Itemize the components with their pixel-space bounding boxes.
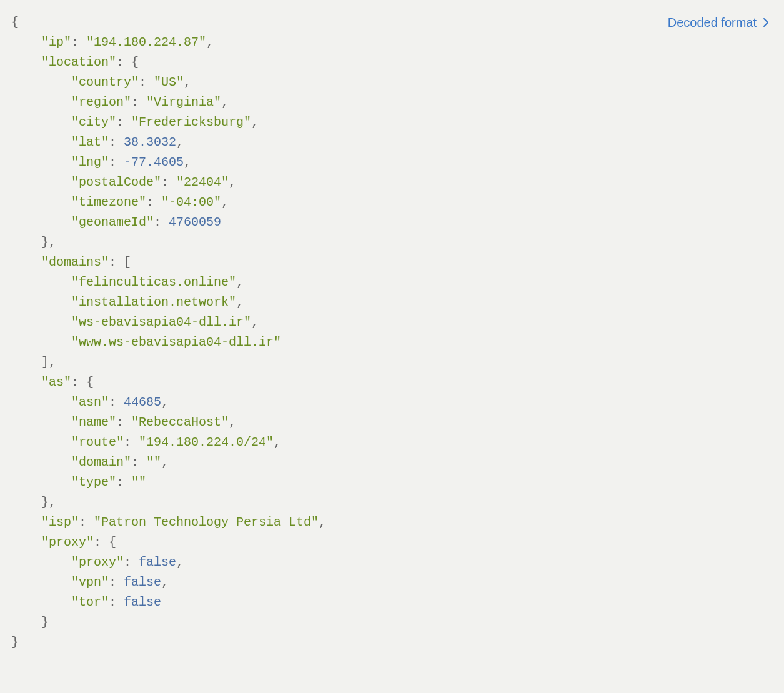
chevron-right-icon <box>763 17 769 27</box>
json-code-block: { "ip": "194.180.224.87", "location": { … <box>11 12 773 652</box>
decoded-format-link[interactable]: Decoded format <box>668 12 769 32</box>
decoded-format-label: Decoded format <box>668 12 757 32</box>
